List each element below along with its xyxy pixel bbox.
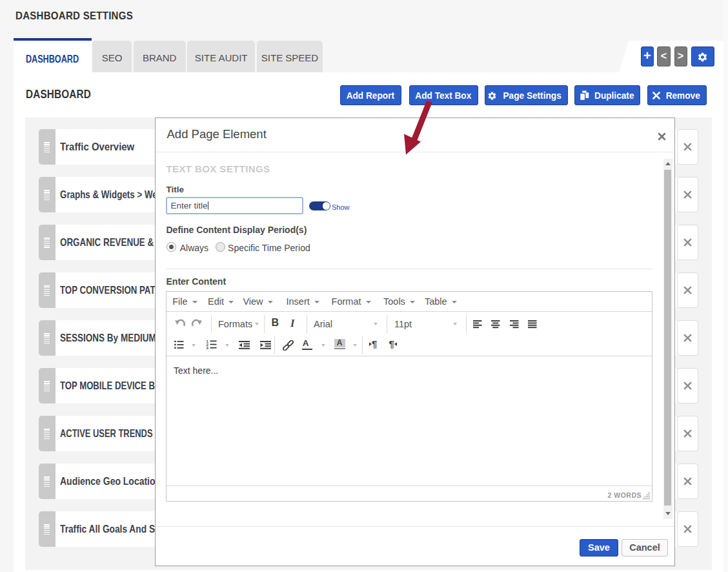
svg-text:3: 3 xyxy=(206,345,208,349)
